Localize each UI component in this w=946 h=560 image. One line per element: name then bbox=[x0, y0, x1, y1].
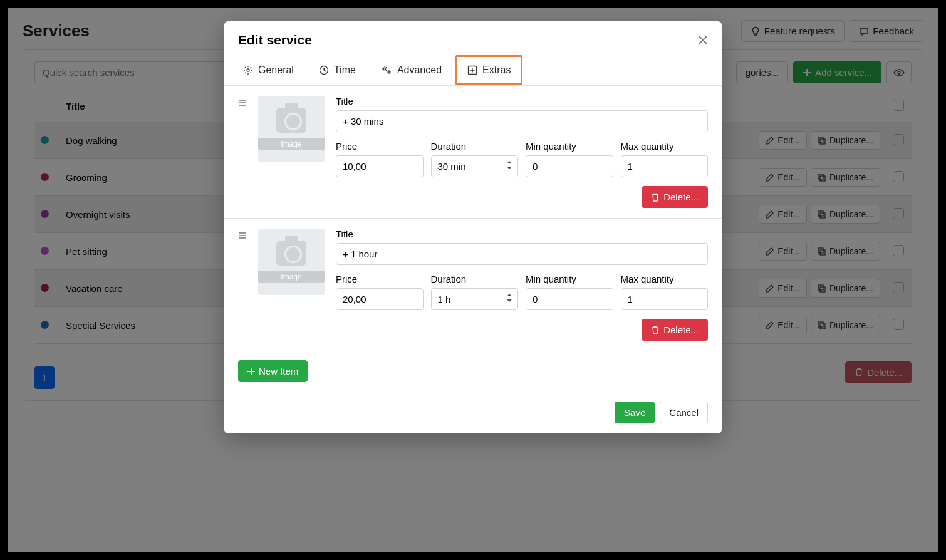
svg-point-13 bbox=[247, 69, 249, 71]
min-qty-input[interactable] bbox=[526, 155, 613, 177]
extra-item: Image Title Price Duration Min quantity bbox=[224, 219, 722, 351]
extra-title-input[interactable] bbox=[336, 110, 708, 132]
edit-service-modal: Edit service General Time Advanced Extra… bbox=[224, 21, 722, 433]
image-upload[interactable]: Image bbox=[258, 229, 325, 295]
delete-extra-button[interactable]: Delete... bbox=[642, 319, 708, 341]
tab-general[interactable]: General bbox=[232, 55, 305, 85]
trash-icon bbox=[651, 326, 660, 334]
duration-select[interactable] bbox=[431, 288, 519, 310]
save-button[interactable]: Save bbox=[615, 402, 655, 423]
price-label: Price bbox=[336, 274, 424, 284]
plus-square-icon bbox=[467, 65, 477, 75]
title-label: Title bbox=[336, 96, 708, 106]
camera-icon bbox=[276, 241, 306, 266]
drag-icon bbox=[238, 98, 247, 107]
modal-tabs: General Time Advanced Extras bbox=[224, 55, 722, 86]
trash-icon bbox=[651, 193, 660, 202]
delete-extra-button[interactable]: Delete... bbox=[642, 186, 708, 208]
new-item-button[interactable]: New Item bbox=[238, 360, 308, 382]
gears-icon bbox=[381, 65, 392, 75]
image-upload[interactable]: Image bbox=[258, 96, 325, 162]
duration-select[interactable] bbox=[431, 155, 519, 177]
price-label: Price bbox=[336, 141, 424, 152]
max-qty-label: Max quantity bbox=[621, 274, 709, 284]
min-qty-label: Min quantity bbox=[526, 274, 613, 284]
extra-item: Image Title Price Duration Min quantity bbox=[224, 86, 722, 219]
drag-icon bbox=[238, 231, 247, 240]
max-qty-input[interactable] bbox=[621, 288, 709, 310]
close-button[interactable] bbox=[698, 35, 708, 45]
extra-title-input[interactable] bbox=[336, 243, 708, 265]
title-label: Title bbox=[336, 229, 708, 239]
price-input[interactable] bbox=[336, 288, 424, 310]
drag-handle[interactable] bbox=[238, 229, 247, 341]
duration-label: Duration bbox=[431, 274, 519, 284]
plus-icon bbox=[247, 368, 255, 375]
cancel-button[interactable]: Cancel bbox=[660, 402, 708, 423]
tab-advanced[interactable]: Advanced bbox=[370, 55, 453, 85]
duration-label: Duration bbox=[431, 141, 519, 152]
max-qty-input[interactable] bbox=[621, 155, 709, 177]
svg-point-16 bbox=[388, 71, 390, 73]
close-icon bbox=[698, 35, 708, 45]
price-input[interactable] bbox=[336, 155, 424, 177]
svg-point-15 bbox=[383, 68, 385, 70]
gear-icon bbox=[243, 65, 253, 75]
max-qty-label: Max quantity bbox=[621, 141, 709, 152]
drag-handle[interactable] bbox=[238, 96, 247, 208]
camera-icon bbox=[276, 108, 306, 133]
min-qty-input[interactable] bbox=[526, 288, 613, 310]
tab-time[interactable]: Time bbox=[308, 55, 367, 85]
modal-title: Edit service bbox=[238, 33, 312, 48]
tab-extras[interactable]: Extras bbox=[455, 55, 522, 85]
min-qty-label: Min quantity bbox=[526, 141, 613, 152]
clock-icon bbox=[319, 65, 329, 75]
